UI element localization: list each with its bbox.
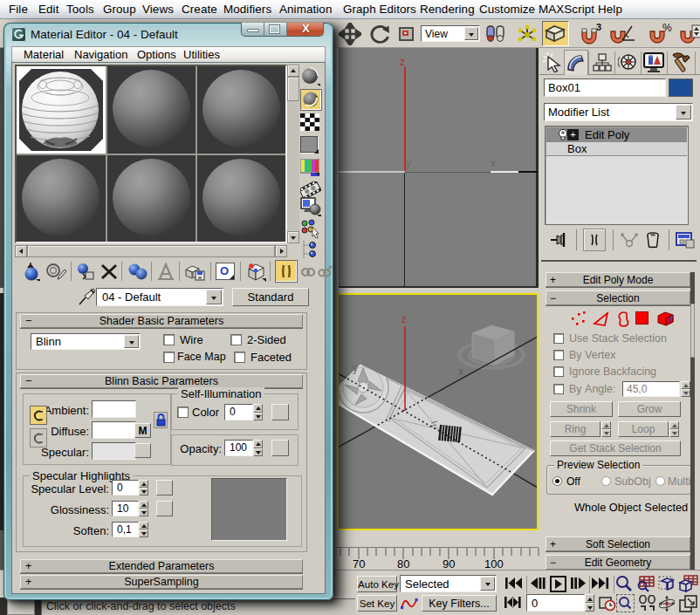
svg-text:x: x — [458, 366, 463, 378]
svg-text:3: 3 — [596, 23, 601, 32]
svg-text:y: y — [353, 362, 358, 374]
svg-text:%: % — [662, 23, 672, 34]
svg-text:z: z — [401, 313, 407, 325]
